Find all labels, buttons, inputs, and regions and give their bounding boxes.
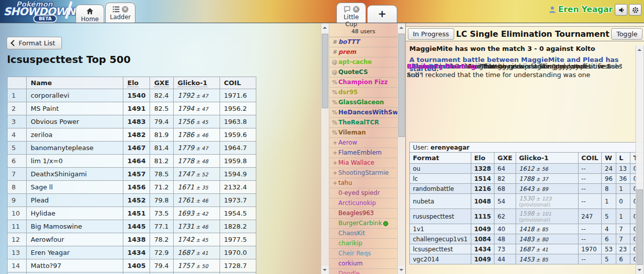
user-list-item[interactable]: Doodle (329, 269, 397, 274)
user-rank-symbol: % (331, 118, 337, 127)
chat-username[interactable]: Blueberry Frosting: (407, 62, 478, 70)
close-little-cup-tab-icon[interactable]: × (353, 6, 360, 13)
glicko-deviation: ± 80 (534, 237, 548, 242)
user-list-item[interactable]: corkium (329, 259, 397, 269)
room-user-list: 48 users #boTTT#prem@apt-cache@QuoteCS%C… (329, 23, 397, 274)
ladder-gxe: 79.4 (150, 115, 174, 128)
stats-glicko: 1788 ± 37 (516, 174, 578, 184)
stats-gxe: 62 (494, 209, 516, 224)
ladder-gxe: 72.9 (150, 246, 174, 259)
user-list-item[interactable]: charikip (329, 239, 397, 249)
user-list-scrollbar[interactable] (397, 23, 406, 274)
user-list-item[interactable]: @QuoteCS (329, 67, 397, 78)
ladder-panel: Format List lcsuspecttest Top 500 NameEl… (0, 23, 321, 274)
ladder-scrollbar[interactable] (321, 23, 329, 274)
stats-coil: 1970 (578, 244, 602, 254)
ladder-scrollbar-thumb[interactable] (322, 34, 328, 108)
user-list-item[interactable]: %GlassGlaceon (329, 98, 397, 108)
user-list-item[interactable]: Beagles963 (329, 209, 397, 219)
user-list-item[interactable]: %TheRealTCR (329, 118, 397, 128)
ladder-elo: 1457 (123, 168, 150, 181)
chat-bubble-icon (343, 6, 351, 13)
format-list-button[interactable]: Format List (7, 37, 62, 49)
ladder-rank: 8 (8, 181, 27, 194)
settings-button[interactable] (629, 4, 641, 16)
user-list-item[interactable]: Arcticunokip (329, 198, 397, 209)
ladder-row: 5banomanyteplease146781.41779 ± 471964.7 (8, 142, 256, 155)
stats-format: lc (410, 174, 471, 184)
stats-row: vgc20141049441453 ± 85--560 (410, 254, 644, 264)
user-list-scrollbar-thumb[interactable] (398, 34, 405, 137)
stats-elo: 1048 (471, 194, 494, 209)
tab-little-cup[interactable]: × Little Cup (336, 3, 366, 23)
pokemon-showdown-logo[interactable]: Pokémon SHOWDOWN BETA (3, 0, 74, 23)
ladder-player-name: corporallevi (27, 89, 123, 102)
stats-glicko: 1598 ± 101(provisional) (516, 209, 578, 224)
user-rank-symbol: % (331, 108, 337, 117)
glicko-deviation: ± 41 (534, 247, 548, 252)
back-chevron-icon (11, 40, 17, 46)
ladder-col-label: Glicko-1 (178, 79, 207, 87)
stats-col-gxe: GXE (494, 153, 516, 164)
tab-home[interactable]: Home (76, 5, 104, 23)
ladder-glicko: 1794 ± 47 (173, 102, 220, 115)
toggle-button[interactable]: Toggle (611, 28, 642, 40)
stats-glicko: 1453 ± 85 (516, 254, 578, 264)
ladder-elo: 1483 (123, 115, 150, 128)
ladder-coil: 1977.5 (220, 233, 256, 246)
stats-format: vgc2014 (410, 254, 471, 264)
ladder-header-row: NameEloGXEGlicko-1COIL (8, 77, 256, 89)
user-list-item[interactable]: Cheir Reqs (329, 249, 397, 259)
user-list-item[interactable]: %Champion Fizz (329, 78, 397, 88)
scroll-up-arrow-icon[interactable] (321, 25, 329, 33)
sound-button[interactable] (615, 4, 627, 16)
user-list-item[interactable]: #prem (329, 47, 397, 57)
user-list-item[interactable]: %dsr95 (329, 88, 397, 98)
user-name: Arcticunokip (338, 199, 376, 207)
glicko-rating: 1731 (178, 223, 194, 230)
user-name: Vileman (338, 129, 366, 136)
stats-gxe: 82 (494, 174, 516, 184)
tab-ladder[interactable]: × Ladder (105, 3, 135, 23)
user-list-item[interactable]: +ShootingStarmie (329, 168, 397, 178)
stats-glicko: 1687 ± 41 (516, 244, 578, 254)
user-list-item[interactable]: +Mia Wallace (329, 158, 397, 168)
in-progress-button[interactable]: In Progress (408, 28, 454, 40)
stats-coil: -- (578, 254, 602, 264)
chat-scrollbar-thumb[interactable] (636, 189, 643, 265)
current-user-button[interactable]: Eren Yeagar (548, 5, 613, 14)
user-list-item[interactable]: BurgerCarbink (329, 219, 397, 229)
glicko-deviation: ± 46 (194, 198, 208, 203)
ladder-gxe: 73.5 (150, 207, 174, 220)
scroll-down-arrow-icon[interactable] (398, 266, 405, 274)
user-list-item[interactable]: @apt-cache (329, 57, 397, 67)
user-list-item[interactable]: %Vileman (329, 128, 397, 138)
stats-col-w: W (602, 153, 616, 164)
scroll-down-arrow-icon[interactable] (636, 266, 643, 274)
scroll-down-arrow-icon[interactable] (321, 266, 329, 274)
stats-losses: 36 (616, 174, 630, 184)
home-icon (86, 8, 94, 15)
user-list-item[interactable]: +Aerow (329, 138, 397, 148)
ladder-elo: 1456 (123, 181, 150, 194)
user-list-item[interactable]: %HeDancesWithSw (329, 108, 397, 118)
user-list-item[interactable]: 0-eyed spiedr (329, 188, 397, 198)
close-ladder-tab-icon[interactable]: × (122, 6, 128, 13)
stats-elo: 1514 (471, 174, 494, 184)
user-list-item[interactable]: #boTTT (329, 37, 397, 47)
chat-log: +Aerow: lmao+FlameEmblem: I tried to be … (406, 42, 635, 143)
user-list-item[interactable]: +tahu (329, 178, 397, 188)
ladder-glicko: 1756 ± 45 (173, 115, 220, 128)
scroll-up-arrow-icon[interactable] (636, 47, 643, 55)
chat-announce: MaggieMite has won the match 3 - 0 again… (408, 43, 633, 54)
scroll-up-arrow-icon[interactable] (398, 25, 405, 33)
ladder-elo: 1445 (123, 220, 150, 233)
user-list-item[interactable]: ChaosKit (329, 229, 397, 239)
chat-scrollbar[interactable] (635, 45, 644, 274)
user-list-item[interactable]: +FlameEmblem (329, 148, 397, 158)
ladder-player-name: Big Mamoswine (27, 220, 123, 233)
user-stats-table: User: erenyeagar FormatEloGXEGlicko-1COI… (409, 142, 644, 264)
new-tab-button[interactable]: + (367, 5, 397, 23)
ladder-col-COIL: COIL (220, 77, 256, 89)
tournament-header: In Progress LC Single Elimination Tourna… (406, 26, 644, 41)
